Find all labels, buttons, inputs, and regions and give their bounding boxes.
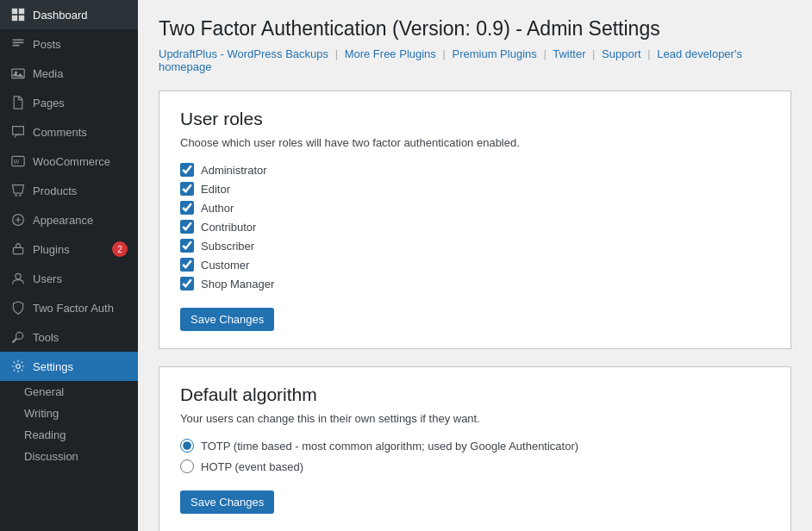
save-changes-button-2[interactable]: Save Changes bbox=[180, 490, 274, 514]
role-editor[interactable]: Editor bbox=[180, 182, 770, 196]
link-updraftplus[interactable]: UpdraftPlus - WordPress Backups bbox=[159, 47, 328, 60]
link-twitter[interactable]: Twitter bbox=[553, 47, 585, 60]
algorithm-title: Default algorithm bbox=[180, 384, 770, 405]
checkbox-editor[interactable] bbox=[180, 182, 194, 196]
sidebar: Dashboard Posts Media Pages Comments W W… bbox=[0, 0, 138, 531]
comments-icon bbox=[10, 124, 26, 140]
svg-point-11 bbox=[16, 273, 21, 278]
sidebar-label-settings: Settings bbox=[33, 360, 73, 373]
label-author: Author bbox=[201, 202, 234, 215]
sidebar-item-comments[interactable]: Comments bbox=[0, 117, 138, 147]
user-roles-title: User roles bbox=[180, 109, 770, 129]
sidebar-item-appearance[interactable]: Appearance bbox=[0, 205, 138, 234]
sidebar-sub-general[interactable]: General bbox=[0, 381, 138, 403]
link-more-free[interactable]: More Free Plugins bbox=[345, 47, 436, 60]
label-shop-manager: Shop Manager bbox=[201, 278, 274, 290]
label-subscriber: Subscriber bbox=[201, 240, 254, 253]
user-roles-desc: Choose which user roles will have two fa… bbox=[180, 136, 770, 149]
svg-point-12 bbox=[16, 365, 21, 369]
radio-hotp[interactable] bbox=[180, 459, 194, 473]
algorithm-totp[interactable]: TOTP (time based - most common algorithm… bbox=[180, 439, 770, 453]
svg-rect-2 bbox=[12, 16, 17, 21]
sidebar-sub-discussion[interactable]: Discussion bbox=[0, 446, 138, 467]
label-administrator: Administrator bbox=[201, 164, 267, 177]
radio-totp[interactable] bbox=[180, 439, 194, 453]
role-author[interactable]: Author bbox=[180, 201, 770, 215]
main-content: Two Factor Authentication (Version: 0.9)… bbox=[138, 0, 812, 531]
save-changes-button-1[interactable]: Save Changes bbox=[180, 308, 274, 331]
default-algorithm-section: Default algorithm Your users can change … bbox=[159, 366, 791, 531]
role-contributor[interactable]: Contributor bbox=[180, 220, 770, 234]
sidebar-item-dashboard[interactable]: Dashboard bbox=[0, 0, 138, 29]
sidebar-label-tools: Tools bbox=[33, 331, 59, 344]
woo-icon: W bbox=[10, 153, 26, 169]
tools-icon bbox=[10, 329, 26, 345]
media-icon bbox=[10, 66, 26, 81]
checkbox-shop-manager[interactable] bbox=[180, 277, 194, 290]
svg-rect-1 bbox=[19, 9, 24, 14]
users-icon bbox=[10, 271, 26, 286]
sidebar-label-appearance: Appearance bbox=[33, 214, 93, 227]
page-title: Two Factor Authentication (Version: 0.9)… bbox=[159, 17, 791, 41]
posts-icon bbox=[10, 36, 26, 52]
sidebar-item-users[interactable]: Users bbox=[0, 264, 138, 293]
twofactor-icon bbox=[10, 300, 26, 315]
pages-icon bbox=[10, 95, 26, 110]
algorithm-desc: Your users can change this in their own … bbox=[180, 412, 770, 425]
sidebar-item-media[interactable]: Media bbox=[0, 59, 138, 88]
plugins-icon bbox=[10, 241, 26, 257]
sidebar-item-posts[interactable]: Posts bbox=[0, 29, 138, 59]
role-shop-manager[interactable]: Shop Manager bbox=[180, 277, 770, 290]
sidebar-sub-writing[interactable]: Writing bbox=[0, 403, 138, 424]
checkbox-contributor[interactable] bbox=[180, 220, 194, 234]
label-hotp: HOTP (event based) bbox=[201, 460, 303, 473]
role-subscriber[interactable]: Subscriber bbox=[180, 239, 770, 253]
link-support[interactable]: Support bbox=[602, 47, 641, 60]
products-icon bbox=[10, 183, 26, 198]
role-administrator[interactable]: Administrator bbox=[180, 163, 770, 177]
label-editor: Editor bbox=[201, 183, 230, 196]
settings-icon bbox=[10, 359, 26, 374]
plugins-badge: 2 bbox=[112, 241, 128, 257]
sidebar-item-pages[interactable]: Pages bbox=[0, 88, 138, 117]
links-bar: UpdraftPlus - WordPress Backups | More F… bbox=[159, 47, 791, 73]
sidebar-label-dashboard: Dashboard bbox=[33, 9, 88, 22]
link-premium[interactable]: Premium Plugins bbox=[453, 47, 537, 60]
svg-point-9 bbox=[19, 194, 21, 196]
sidebar-item-plugins[interactable]: Plugins 2 bbox=[0, 234, 138, 264]
sidebar-label-products: Products bbox=[33, 184, 77, 197]
sidebar-item-settings[interactable]: Settings bbox=[0, 352, 138, 381]
sidebar-sub-reading[interactable]: Reading bbox=[0, 424, 138, 446]
algorithm-hotp[interactable]: HOTP (event based) bbox=[180, 459, 770, 473]
dashboard-icon bbox=[10, 7, 26, 22]
algorithm-options: TOTP (time based - most common algorithm… bbox=[180, 439, 770, 473]
sidebar-item-twofactorauth[interactable]: Two Factor Auth bbox=[0, 293, 138, 322]
sidebar-label-posts: Posts bbox=[33, 38, 61, 51]
sidebar-label-pages: Pages bbox=[33, 97, 65, 109]
checkbox-subscriber[interactable] bbox=[180, 239, 194, 253]
sidebar-item-products[interactable]: Products bbox=[0, 176, 138, 205]
sidebar-item-woocommerce[interactable]: W WooCommerce bbox=[0, 147, 138, 176]
svg-rect-0 bbox=[12, 9, 17, 14]
sidebar-label-woocommerce: WooCommerce bbox=[33, 155, 110, 168]
checkbox-administrator[interactable] bbox=[180, 163, 194, 177]
sidebar-label-users: Users bbox=[33, 272, 62, 285]
role-customer[interactable]: Customer bbox=[180, 258, 770, 272]
label-totp: TOTP (time based - most common algorithm… bbox=[201, 440, 578, 453]
svg-rect-3 bbox=[19, 16, 24, 21]
user-roles-list: Administrator Editor Author Contributor … bbox=[180, 163, 770, 290]
label-contributor: Contributor bbox=[201, 221, 256, 234]
svg-text:W: W bbox=[13, 158, 19, 166]
checkbox-author[interactable] bbox=[180, 201, 194, 215]
svg-point-8 bbox=[15, 194, 16, 196]
checkbox-customer[interactable] bbox=[180, 258, 194, 272]
sidebar-label-twofactorauth: Two Factor Auth bbox=[33, 302, 114, 315]
sidebar-item-tools[interactable]: Tools bbox=[0, 322, 138, 352]
sidebar-label-plugins: Plugins bbox=[33, 243, 70, 256]
user-roles-section: User roles Choose which user roles will … bbox=[159, 91, 791, 349]
sidebar-label-comments: Comments bbox=[33, 126, 87, 139]
appearance-icon bbox=[10, 212, 26, 228]
sidebar-label-media: Media bbox=[33, 67, 63, 80]
svg-rect-10 bbox=[13, 247, 22, 253]
label-customer: Customer bbox=[201, 259, 249, 272]
